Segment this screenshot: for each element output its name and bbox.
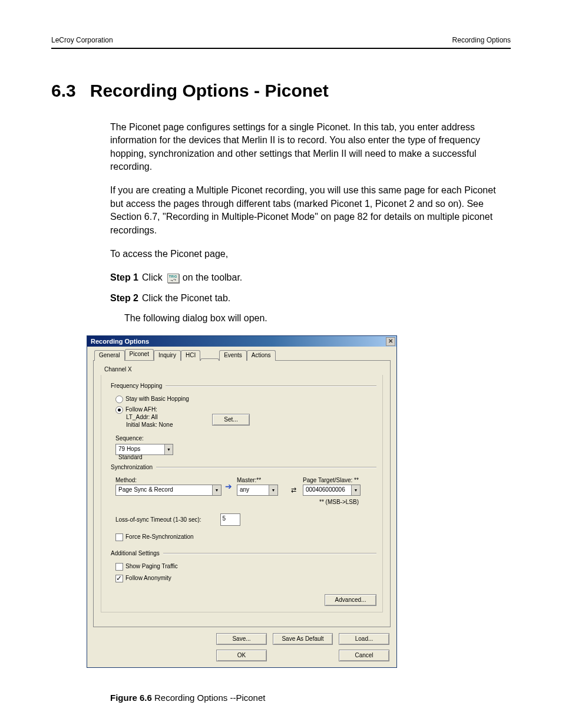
master-combo[interactable]: any ▼ [237,485,278,496]
afh-details: LT_Addr: All Initial Mask: None [126,414,173,429]
follow-anonymity-label: Follow Anonymity [125,574,171,582]
synchronization-legend: Synchronization [110,463,154,472]
dialog-wrap: Recording Options ✕ General Piconet Inqu… [87,335,511,668]
tab-piconet[interactable]: Piconet [125,349,154,360]
tab-events[interactable]: Events [219,350,247,361]
afh-mask: Initial Mask: None [126,421,173,429]
swap-icon[interactable]: ⇄ [288,486,300,495]
additional-settings-legend: Additional Settings [110,549,161,558]
save-button[interactable]: Save... [216,633,267,645]
dialog-body: General Piconet Inquiry HCI Events Actio… [87,347,396,667]
msb-note: ** (MSB->LSB) [110,498,359,506]
slave-value: 000406000006 [303,485,351,495]
method-value: Page Sync & Record [116,485,212,495]
section-title: Recording Options - Piconet [90,78,329,103]
header-right: Recording Options [452,35,511,45]
tab-actions[interactable]: Actions [247,350,276,361]
chevron-down-icon[interactable]: ▼ [351,485,360,495]
page-top-header: LeCroy Corporation Recording Options [51,35,511,49]
show-paging-label: Show Paging Traffic [125,562,178,571]
frequency-hopping-legend: Frequency Hopping [110,382,163,390]
method-label: Method: [115,476,222,485]
ok-button[interactable]: OK [216,650,267,661]
channel-label: Channel X [104,365,383,374]
tab-general[interactable]: General [94,350,125,361]
trigger-icon: TRG ⬎↷ [167,274,179,283]
close-icon[interactable]: ✕ [386,337,395,346]
recording-options-dialog: Recording Options ✕ General Piconet Inqu… [87,335,397,668]
master-label: Master:** [237,476,285,485]
dialog-intro: The following dialog box will open. [124,312,511,325]
chevron-down-icon[interactable]: ▼ [212,485,221,495]
radio-basic-hopping[interactable]: Stay with Basic Hopping [115,395,376,403]
los-timeout-label: Loss-of-sync Timeout (1-30 sec): [115,516,201,524]
dialog-title-bar: Recording Options ✕ [87,336,396,347]
load-button[interactable]: Load... [339,633,389,645]
step-2-text: Click the Piconet tab. [142,292,230,305]
figure-text: Recording Options --Piconet [152,693,266,703]
frequency-hopping-fieldset: Frequency Hopping Stay with Basic Hoppin… [110,382,376,455]
sequence-combo[interactable]: 79 Hops Standard ▼ [115,444,173,455]
chevron-down-icon[interactable]: ▼ [164,444,173,454]
radio-afh-label: Follow AFH: [125,406,157,414]
additional-settings-fieldset: Additional Settings Show Paging Traffic … [110,549,376,582]
paragraph-1: The Piconet page configures settings for… [110,121,511,174]
steps-lead: To access the Piconet page, [110,248,511,261]
step-2: Step 2 Click the Piconet tab. [110,292,511,305]
dialog-title: Recording Options [91,337,149,346]
chevron-down-icon[interactable]: ▼ [269,485,277,495]
dialog-footer: Save... OK Save As Default Load... Cance… [93,633,391,661]
force-resync-checkbox[interactable]: Force Re-Synchronization [115,533,376,541]
set-button[interactable]: Set... [212,414,250,426]
figure-caption: Figure 6.6 Recording Options --Piconet [110,691,511,704]
follow-anonymity-checkbox[interactable]: Follow Anonymity [115,574,376,582]
show-paging-checkbox[interactable]: Show Paging Traffic [115,562,376,571]
step-1: Step 1 Click TRG ⬎↷ on the toolbar. [110,271,511,284]
save-as-default-button[interactable]: Save As Default [273,633,333,645]
los-timeout-input[interactable]: 5 [220,513,240,526]
method-combo[interactable]: Page Sync & Record ▼ [115,485,222,496]
advanced-button[interactable]: Advanced... [325,594,376,606]
step-1-after: on the toolbar. [183,271,242,284]
cancel-button[interactable]: Cancel [339,650,389,661]
sequence-value: 79 Hops Standard [116,444,164,454]
arrow-right-icon: ➔ [225,482,233,490]
channel-frame: Frequency Hopping Stay with Basic Hoppin… [101,375,383,612]
slave-label: Page Target/Slave: ** [303,476,367,485]
step-1-label: Step 1 [110,271,138,284]
tab-panel-piconet: Channel X Frequency Hopping Stay with Ba… [93,360,391,627]
figure-number: Figure 6.6 [110,693,152,703]
tab-strip: General Piconet Inquiry HCI Events Actio… [93,349,391,360]
step-2-label: Step 2 [110,292,138,305]
afh-ltaddr: LT_Addr: All [126,414,173,421]
slave-combo[interactable]: 000406000006 ▼ [303,485,361,496]
sequence-label: Sequence: [115,434,376,443]
paragraph-2: If you are creating a Multiple Piconet r… [110,184,511,237]
header-left: LeCroy Corporation [51,35,113,45]
synchronization-fieldset: Synchronization Method: Page Sync & Reco… [110,463,376,541]
section-number: 6.3 [51,78,76,103]
tab-hci[interactable]: HCI [181,350,200,361]
master-value: any [237,485,269,495]
step-1-text: Click [142,271,163,284]
radio-basic-label: Stay with Basic Hopping [125,395,189,403]
tab-blank[interactable] [200,358,219,361]
force-resync-label: Force Re-Synchronization [125,533,194,541]
section-heading: 6.3 Recording Options - Piconet [51,78,511,103]
step-list: Step 1 Click TRG ⬎↷ on the toolbar. Step… [110,271,511,305]
radio-follow-afh[interactable]: Follow AFH: [115,406,376,414]
tab-inquiry[interactable]: Inquiry [154,350,181,361]
